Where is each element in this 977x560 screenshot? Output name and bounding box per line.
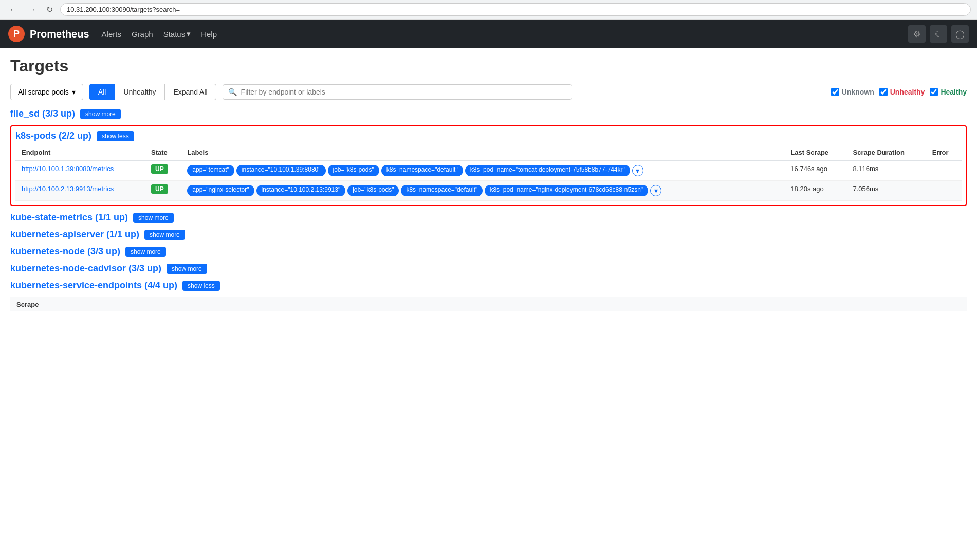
target-group-k8s-pods-title[interactable]: k8s-pods (2/2 up) xyxy=(15,130,91,141)
label-tag: instance="10.100.1.39:8080" xyxy=(236,165,326,176)
kubernetes-service-endpoints-show-less-button[interactable]: show less xyxy=(182,281,220,291)
theme-button[interactable]: ☾ xyxy=(930,25,947,43)
error-cell xyxy=(926,181,962,201)
filter-expand-all-button[interactable]: Expand All xyxy=(164,84,216,100)
scrape-label: Scrape xyxy=(16,301,39,308)
page-title: Targets xyxy=(10,57,967,76)
table-header-row: Endpoint State Labels Last Scrape Scrape… xyxy=(15,144,962,161)
unhealthy-badge: Unhealthy xyxy=(879,88,925,96)
navbar: P Prometheus Alerts Graph Status ▾ Help … xyxy=(0,20,977,48)
contrast-button[interactable]: ◯ xyxy=(951,25,969,43)
kubernetes-node-show-more-button[interactable]: show more xyxy=(125,247,166,257)
status-badges: Unknown Unhealthy Healthy xyxy=(831,88,967,96)
col-labels: Labels xyxy=(181,144,784,161)
label-tag: k8s_namespace="default" xyxy=(401,185,483,196)
target-group-kubernetes-node-cadvisor-title[interactable]: kubernetes-node-cadvisor (3/3 up) xyxy=(10,263,161,274)
healthy-badge: Healthy xyxy=(930,88,967,96)
scrape-duration-cell: 7.056ms xyxy=(846,181,926,201)
nav-link-status[interactable]: Status ▾ xyxy=(163,27,191,41)
filter-unhealthy-button[interactable]: Unhealthy xyxy=(115,84,164,100)
endpoint-cell: http://10.100.2.13:9913/metrics xyxy=(15,181,145,201)
nav-link-help[interactable]: Help xyxy=(201,28,217,41)
last-scrape-cell: 18.20s ago xyxy=(784,181,846,201)
target-group-kube-state-metrics: kube-state-metrics (1/1 up) show more xyxy=(10,212,967,223)
target-group-k8s-pods: k8s-pods (2/2 up) show less Endpoint Sta… xyxy=(10,125,967,206)
unknown-label: Unknown xyxy=(842,88,874,96)
k8s-pods-show-less-button[interactable]: show less xyxy=(97,131,134,141)
error-cell xyxy=(926,161,962,181)
target-group-kubernetes-node-title[interactable]: kubernetes-node (3/3 up) xyxy=(10,246,120,257)
target-group-kubernetes-service-endpoints-title[interactable]: kubernetes-service-endpoints (4/4 up) xyxy=(10,280,177,291)
unknown-checkbox[interactable] xyxy=(831,88,839,96)
filter-buttons: All Unhealthy Expand All xyxy=(89,84,216,100)
labels-cell: app="tomcat"instance="10.100.1.39:8080"j… xyxy=(181,161,784,181)
nav-link-graph[interactable]: Graph xyxy=(132,28,153,41)
unknown-badge: Unknown xyxy=(831,88,874,96)
scrape-pools-dropdown[interactable]: All scrape pools ▾ xyxy=(10,84,83,100)
prometheus-icon: P xyxy=(8,26,25,42)
expand-labels-button[interactable]: ▾ xyxy=(632,165,643,176)
scrape-pools-arrow: ▾ xyxy=(72,88,76,96)
nav-link-alerts[interactable]: Alerts xyxy=(102,28,121,41)
state-badge: UP xyxy=(151,184,168,194)
back-button[interactable]: ← xyxy=(6,4,21,15)
kubernetes-apiserver-show-more-button[interactable]: show more xyxy=(144,230,185,240)
file-sd-show-more-button[interactable]: show more xyxy=(80,109,121,119)
expand-labels-button[interactable]: ▾ xyxy=(650,185,661,196)
target-group-kubernetes-node-cadvisor-header: kubernetes-node-cadvisor (3/3 up) show m… xyxy=(10,263,967,274)
labels-container: app="tomcat"instance="10.100.1.39:8080"j… xyxy=(187,165,778,176)
unhealthy-label: Unhealthy xyxy=(890,88,925,96)
label-tag: job="k8s-pods" xyxy=(347,185,399,196)
navbar-brand[interactable]: P Prometheus xyxy=(8,26,89,42)
kube-state-metrics-show-more-button[interactable]: show more xyxy=(133,213,174,223)
label-tag: k8s_pod_name="nginx-deployment-678cd68c8… xyxy=(485,185,648,196)
endpoint-link[interactable]: http://10.100.1.39:8080/metrics xyxy=(22,165,114,173)
table-row: http://10.100.2.13:9913/metricsUPapp="ng… xyxy=(15,181,962,201)
last-scrape-cell: 16.746s ago xyxy=(784,161,846,181)
filter-all-button[interactable]: All xyxy=(89,84,115,100)
target-group-file-sd: file_sd (3/3 up) show more xyxy=(10,108,967,119)
state-cell: UP xyxy=(145,161,181,181)
healthy-label: Healthy xyxy=(941,88,967,96)
labels-container: app="nginx-selector"instance="10.100.2.1… xyxy=(187,185,778,196)
scrape-pools-label: All scrape pools xyxy=(18,88,69,96)
label-tag: k8s_namespace="default" xyxy=(381,165,463,176)
col-scrape-duration: Scrape Duration xyxy=(846,144,926,161)
state-badge: UP xyxy=(151,164,168,174)
forward-button[interactable]: → xyxy=(25,4,39,15)
status-label: Status xyxy=(163,30,186,39)
navbar-links: Alerts Graph Status ▾ Help xyxy=(102,27,217,41)
target-group-kubernetes-apiserver-header: kubernetes-apiserver (1/1 up) show more xyxy=(10,229,967,240)
browser-chrome: ← → ↻ 10.31.200.100:30090/targets?search… xyxy=(0,0,977,20)
status-dropdown-arrow: ▾ xyxy=(187,29,191,39)
state-cell: UP xyxy=(145,181,181,201)
refresh-button[interactable]: ↻ xyxy=(43,4,56,15)
filter-bar: All scrape pools ▾ All Unhealthy Expand … xyxy=(10,84,967,100)
url-bar[interactable]: 10.31.200.100:30090/targets?search= xyxy=(60,3,971,16)
col-state: State xyxy=(145,144,181,161)
search-input[interactable] xyxy=(241,88,566,96)
main-content: Targets All scrape pools ▾ All Unhealthy… xyxy=(0,48,977,320)
target-group-file-sd-title[interactable]: file_sd (3/3 up) xyxy=(10,108,75,119)
target-group-kube-state-metrics-title[interactable]: kube-state-metrics (1/1 up) xyxy=(10,212,128,223)
endpoint-cell: http://10.100.1.39:8080/metrics xyxy=(15,161,145,181)
kubernetes-node-cadvisor-show-more-button[interactable]: show more xyxy=(167,264,207,274)
search-box: 🔍 xyxy=(223,84,572,100)
k8s-pods-table: Endpoint State Labels Last Scrape Scrape… xyxy=(15,144,962,201)
target-group-kubernetes-node-cadvisor: kubernetes-node-cadvisor (3/3 up) show m… xyxy=(10,263,967,274)
scrape-duration-cell: 8.116ms xyxy=(846,161,926,181)
target-group-kubernetes-service-endpoints-header: kubernetes-service-endpoints (4/4 up) sh… xyxy=(10,280,967,291)
healthy-checkbox[interactable] xyxy=(930,88,938,96)
label-tag: app="tomcat" xyxy=(187,165,234,176)
target-group-kubernetes-node-header: kubernetes-node (3/3 up) show more xyxy=(10,246,967,257)
search-icon: 🔍 xyxy=(228,88,237,96)
table-row: http://10.100.1.39:8080/metricsUPapp="to… xyxy=(15,161,962,181)
settings-button[interactable]: ⚙ xyxy=(908,25,926,43)
label-tag: job="k8s-pods" xyxy=(328,165,379,176)
labels-cell: app="nginx-selector"instance="10.100.2.1… xyxy=(181,181,784,201)
unhealthy-checkbox[interactable] xyxy=(879,88,888,96)
target-group-kubernetes-apiserver-title[interactable]: kubernetes-apiserver (1/1 up) xyxy=(10,229,139,240)
label-tag: k8s_pod_name="tomcat-deployment-75f58b8b… xyxy=(465,165,630,176)
endpoint-link[interactable]: http://10.100.2.13:9913/metrics xyxy=(22,185,114,193)
target-group-kube-state-metrics-header: kube-state-metrics (1/1 up) show more xyxy=(10,212,967,223)
